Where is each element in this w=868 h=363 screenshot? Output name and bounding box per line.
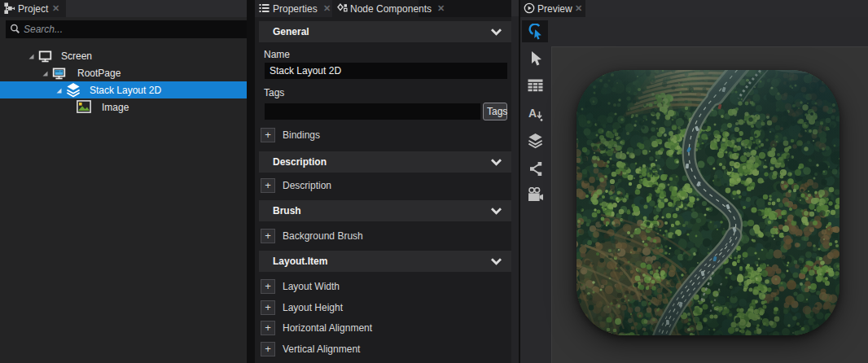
svg-text:A: A xyxy=(528,107,537,120)
